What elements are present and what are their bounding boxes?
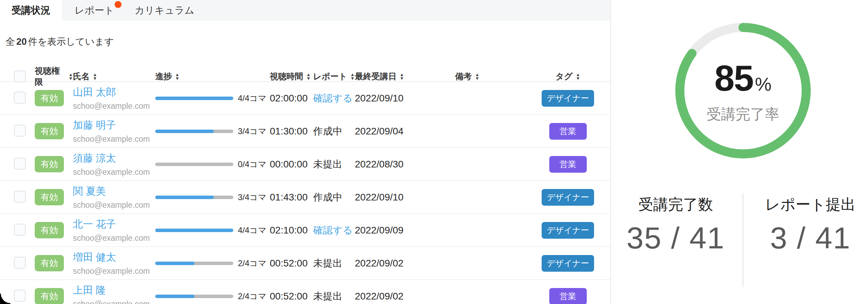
progress-bar-fill <box>155 196 214 199</box>
student-email: schoo@example.com <box>73 167 155 177</box>
report-status: 未提出 <box>313 158 355 171</box>
tag-badge: デザイナー <box>542 255 594 272</box>
watch-time: 01:30:00 <box>270 126 313 137</box>
window-corner <box>0 294 10 304</box>
tab-attendance-status[interactable]: 受講状況 <box>0 0 62 21</box>
watch-time: 02:00:00 <box>270 93 313 104</box>
last-attended-date: 2022/09/02 <box>355 291 410 302</box>
report-status: 作成中 <box>313 125 355 138</box>
col-header-progress[interactable]: 進捗▲▼ <box>155 71 270 82</box>
student-name-link[interactable]: 上田 隆 <box>73 284 155 297</box>
sort-icon: ▲▼ <box>175 73 180 80</box>
stat-label: 受講完了数 <box>618 195 733 215</box>
student-email: schoo@example.com <box>73 266 155 276</box>
progress-bar-fill <box>155 229 233 232</box>
tab-report[interactable]: レポート <box>62 0 127 21</box>
progress-bar <box>155 262 233 265</box>
sort-icon: ▲▼ <box>400 73 404 80</box>
tab-curriculum[interactable]: カリキュラム <box>127 0 202 21</box>
row-checkbox[interactable] <box>14 125 26 137</box>
sort-icon: ▲▼ <box>475 73 479 80</box>
student-name-link[interactable]: 関 夏美 <box>73 184 155 198</box>
stat-value: 3 / 41 <box>753 220 868 256</box>
last-attended-date: 2022/09/02 <box>355 258 410 269</box>
tag-badge: 営業 <box>549 156 587 173</box>
progress-bar-fill <box>155 295 194 298</box>
col-header-permission[interactable]: 視聴権限▲▼ <box>35 65 73 88</box>
completion-donut-chart: 85 % 受講完了率 <box>675 23 811 158</box>
stat-completed-count: 受講完了数 35 / 41 <box>618 193 733 287</box>
permission-badge: 有効 <box>35 255 64 271</box>
tab-label: レポート <box>75 4 114 17</box>
student-name-link[interactable]: 北一 花子 <box>73 217 155 231</box>
permission-badge: 有効 <box>35 189 64 205</box>
progress-bar-fill <box>155 97 233 100</box>
last-attended-date: 2022/09/10 <box>355 192 410 203</box>
row-checkbox[interactable] <box>14 257 26 269</box>
progress-bar <box>155 163 233 166</box>
attendance-panel: 受講状況 レポート カリキュラム 全20件を表示しています 視聴権限▲▼ 氏名▲… <box>0 0 611 304</box>
last-attended-date: 2022/09/04 <box>355 126 410 137</box>
report-status[interactable]: 確認する <box>313 224 355 237</box>
tag-badge: 営業 <box>549 288 587 304</box>
row-checkbox[interactable] <box>14 290 26 302</box>
watch-time: 00:52:00 <box>270 291 313 302</box>
progress-bar <box>155 97 233 100</box>
col-header-watch-time[interactable]: 視聴時間▲▼ <box>270 71 313 82</box>
table-body: 有効 山田 太郎 schoo@example.com 4/4コマ 02:00:0… <box>0 82 610 304</box>
tab-label: カリキュラム <box>135 4 194 17</box>
col-header-name[interactable]: 氏名▲▼ <box>73 71 155 82</box>
permission-badge: 有効 <box>35 156 64 172</box>
watch-time: 02:10:00 <box>270 225 313 236</box>
progress-bar <box>155 196 233 199</box>
row-checkbox[interactable] <box>14 92 26 104</box>
progress-bar <box>155 295 233 298</box>
col-header-tag[interactable]: タグ▲▼ <box>524 71 611 82</box>
student-name-link[interactable]: 加藤 明子 <box>73 118 155 132</box>
table-header-row: 視聴権限▲▼ 氏名▲▼ 進捗▲▼ 視聴時間▲▼ レポート▲▼ 最終受講日▲▼ 備… <box>0 65 610 82</box>
sort-icon: ▲▼ <box>576 73 580 80</box>
stat-report-submitted: レポート提出 3 / 41 <box>753 193 868 287</box>
select-all-checkbox[interactable] <box>14 71 26 82</box>
last-attended-date: 2022/09/09 <box>355 225 410 236</box>
tab-label: 受講状況 <box>11 4 50 17</box>
result-count-number: 20 <box>16 36 27 47</box>
table-row: 有効 上田 隆 schoo@example.com 2/4コマ 00:52:00… <box>0 280 610 304</box>
completion-percent-value: 85 <box>715 58 753 99</box>
student-name-link[interactable]: 須藤 涼太 <box>73 151 155 165</box>
table-row: 有効 須藤 涼太 schoo@example.com 0/4コマ 00:00:0… <box>0 148 610 181</box>
progress-label: 2/4コマ <box>238 291 267 302</box>
col-header-last-date[interactable]: 最終受講日▲▼ <box>355 71 410 82</box>
col-header-report[interactable]: レポート▲▼ <box>313 71 355 82</box>
tag-badge: デザイナー <box>542 189 594 206</box>
report-status[interactable]: 確認する <box>313 92 355 105</box>
row-checkbox[interactable] <box>14 158 26 170</box>
sort-icon: ▲▼ <box>306 73 311 80</box>
student-email: schoo@example.com <box>73 101 155 111</box>
table-row: 有効 山田 太郎 schoo@example.com 4/4コマ 02:00:0… <box>0 82 610 115</box>
sort-icon: ▲▼ <box>68 73 73 80</box>
progress-bar-fill <box>155 130 214 133</box>
progress-bar <box>155 229 233 232</box>
result-count-text: 全20件を表示しています <box>6 35 610 48</box>
tag-badge: デザイナー <box>542 222 594 239</box>
watch-time: 01:43:00 <box>270 192 313 203</box>
col-header-note[interactable]: 備考▲▼ <box>410 71 524 82</box>
summary-panel: 85 % 受講完了率 受講完了数 35 / 41 レポート提出 3 / 41 <box>612 0 868 304</box>
tag-badge: デザイナー <box>542 90 594 107</box>
row-checkbox[interactable] <box>14 224 26 236</box>
tag-badge: 営業 <box>549 123 587 140</box>
stat-value: 35 / 41 <box>618 220 733 256</box>
table-row: 有効 関 夏美 schoo@example.com 3/4コマ 01:43:00… <box>0 181 610 214</box>
student-name-link[interactable]: 増田 健太 <box>73 250 155 264</box>
table-row: 有効 増田 健太 schoo@example.com 2/4コマ 00:52:0… <box>0 247 610 280</box>
watch-time: 00:52:00 <box>270 258 313 269</box>
progress-label: 3/4コマ <box>238 126 267 137</box>
student-name-link[interactable]: 山田 太郎 <box>73 85 155 99</box>
row-checkbox[interactable] <box>14 191 26 203</box>
permission-badge: 有効 <box>35 288 64 304</box>
donut-center-text: 85 % 受講完了率 <box>675 23 811 158</box>
sort-icon: ▲▼ <box>350 73 355 80</box>
stats-divider <box>743 193 743 287</box>
student-email: schoo@example.com <box>73 299 155 304</box>
